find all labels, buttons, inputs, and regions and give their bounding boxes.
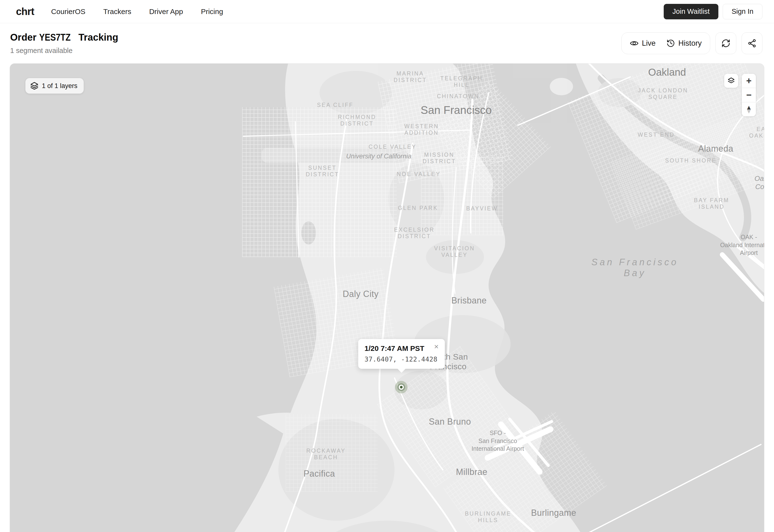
map-basemap: [10, 64, 764, 532]
close-icon[interactable]: ×: [433, 343, 440, 350]
history-clock-icon: [666, 39, 675, 48]
nav-link-courieros[interactable]: CourierOS: [51, 7, 85, 16]
live-label: Live: [642, 39, 656, 48]
layers-icon: [727, 77, 735, 85]
popup-coordinates: 37.6407, -122.4428: [365, 355, 439, 363]
page-header: Order YES7TZ Tracking 1 segment availabl…: [0, 23, 774, 63]
title-prefix: Order: [10, 32, 37, 43]
order-code: YES7TZ: [39, 32, 71, 43]
history-toggle[interactable]: History: [666, 39, 702, 48]
title-block: Order YES7TZ Tracking 1 segment availabl…: [10, 32, 118, 55]
zoom-control-group: + − ▲ ▼: [742, 74, 756, 116]
layers-pill-button[interactable]: 1 of 1 layers: [25, 78, 84, 94]
compass-reset-button[interactable]: ▲ ▼: [742, 102, 756, 116]
eye-icon: [630, 39, 639, 48]
compass-south-icon: ▼: [746, 109, 752, 113]
map-surface[interactable]: MARINADISTRICTTELEGRAPHHILLCHINATOWNSEA …: [10, 64, 764, 532]
title-suffix: Tracking: [78, 32, 118, 43]
popup-timestamp: 1/20 7:47 AM PST: [365, 344, 439, 353]
layers-icon: [30, 82, 38, 90]
layers-pill-label: 1 of 1 layers: [42, 82, 77, 90]
brand-logo[interactable]: chrt: [16, 6, 34, 17]
nav-link-pricing[interactable]: Pricing: [201, 7, 223, 16]
map-controls: + − ▲ ▼: [724, 74, 756, 116]
share-button[interactable]: [742, 32, 762, 54]
map-layers-button[interactable]: [724, 74, 738, 88]
refresh-button[interactable]: [715, 32, 736, 54]
page-title: Order YES7TZ Tracking: [10, 32, 118, 43]
refresh-icon: [721, 39, 730, 48]
top-navbar: chrt CourierOS Trackers Driver App Prici…: [0, 0, 774, 23]
live-toggle[interactable]: Live: [630, 39, 656, 48]
marker-center-dot: [400, 386, 403, 389]
zoom-in-button[interactable]: +: [742, 74, 756, 88]
map-card: MARINADISTRICTTELEGRAPHHILLCHINATOWNSEA …: [10, 63, 764, 532]
nav-actions: Join Waitlist Sign In: [664, 4, 762, 19]
join-waitlist-button[interactable]: Join Waitlist: [664, 4, 718, 19]
nav-link-trackers[interactable]: Trackers: [103, 7, 131, 16]
zoom-out-button[interactable]: −: [742, 88, 756, 102]
tracker-location-marker[interactable]: [395, 381, 408, 393]
segment-count-subtitle: 1 segment available: [10, 47, 118, 55]
sign-in-button[interactable]: Sign In: [723, 4, 762, 19]
tracker-popup: 1/20 7:47 AM PST 37.6407, -122.4428 ×: [358, 339, 445, 369]
history-label: History: [678, 39, 702, 48]
header-controls: Live History: [621, 32, 762, 54]
nav-links: CourierOS Trackers Driver App Pricing: [51, 7, 223, 16]
view-mode-toggle: Live History: [621, 32, 710, 54]
nav-link-driver-app[interactable]: Driver App: [149, 7, 183, 16]
share-nodes-icon: [747, 39, 757, 48]
